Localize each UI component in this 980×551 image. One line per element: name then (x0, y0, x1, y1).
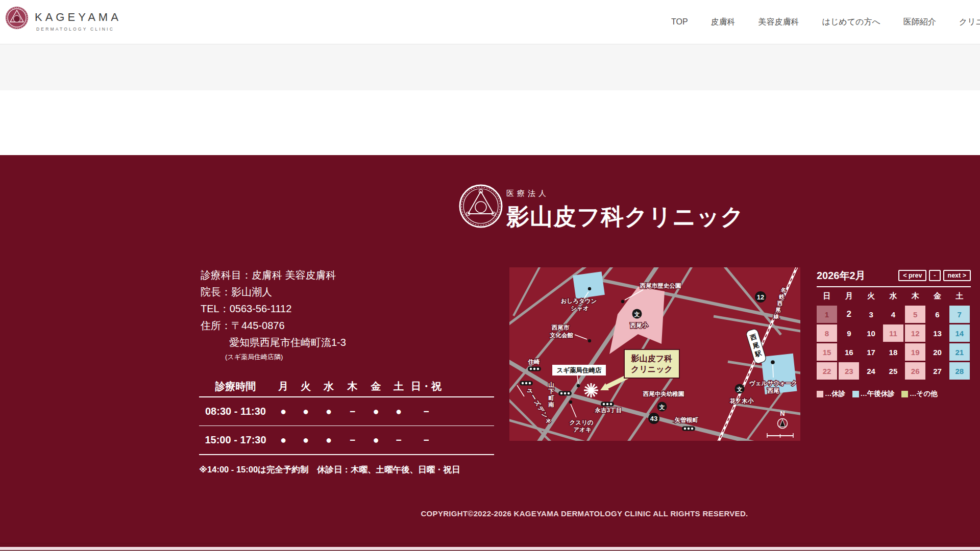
hours-divider (199, 454, 494, 455)
nav-item-dermatology[interactable]: 皮膚科 (711, 17, 736, 28)
nav-item-doctors[interactable]: 医師紹介 (903, 17, 936, 28)
calendar-title: 2026年2月 (817, 269, 866, 283)
svg-text:線: 線 (773, 313, 779, 319)
map-callout-line1: 影山皮フ科 (631, 354, 672, 363)
hours-header-cell: 火 (295, 380, 317, 393)
hours-closed-mark: − (340, 406, 364, 417)
calendar-grid: 1234567891011121314151617181920212223242… (817, 306, 971, 380)
hours-closed-mark: − (410, 435, 443, 446)
calendar-legend-label: …休診 (825, 389, 846, 398)
info-tel: TEL：0563-56-1112 (201, 303, 346, 314)
calendar-day: 20 (927, 343, 947, 361)
calendar-day-header: 土 (949, 291, 970, 301)
calendar-day: 8 (817, 324, 837, 342)
map-label-nishio-elementary: 西尾小 (630, 322, 648, 329)
hours-open-mark: ● (317, 434, 340, 446)
calendar-day-header: 火 (861, 291, 881, 301)
calendar-legend-item: …その他 (901, 389, 938, 398)
info-postal: 住所：〒445-0876 (201, 320, 346, 331)
hours-row: 15:00 - 17:30●●●−●−− (199, 426, 494, 454)
map-label-bunka-kaikan: 文化会館 (550, 332, 574, 338)
calendar-day: 10 (861, 324, 881, 342)
map-label-oshiro-town: おしろタウン (561, 298, 597, 304)
map-route-badge-43: 43 (648, 413, 659, 424)
hours-rows: 08:30 - 11:30●●●−●●−15:00 - 17:30●●●−●−− (199, 397, 494, 454)
calendar-day: 18 (883, 343, 903, 361)
calendar-day: 11 (883, 324, 903, 342)
calendar-header: 2026年2月 < prev - next > (817, 267, 971, 284)
calendar-day: 5 (905, 306, 925, 323)
calendar-day-header: 金 (927, 291, 947, 301)
calendar-legend: …休診…午後休診…その他 (817, 389, 971, 398)
calendar-divider (817, 286, 971, 287)
map-clinic-callout: 影山皮フ科 クリニック (624, 349, 679, 378)
map-label-history-park: 西尾市歴史公園 (640, 282, 681, 289)
calendar-day: 1 (817, 306, 837, 323)
svg-text:尾: 尾 (775, 307, 781, 313)
calendar-legend-swatch (901, 391, 908, 397)
hours-open-mark: ● (272, 406, 295, 417)
svg-text:名: 名 (780, 287, 787, 293)
calendar-day: 4 (883, 306, 903, 323)
access-map: 西 尾 駅 (509, 267, 800, 441)
calendar-legend-label: …その他 (910, 389, 938, 398)
brand-logo[interactable]: KAGEYAMA DERMATOLOGY CLINIC (5, 6, 121, 32)
brand-subtitle: DERMATOLOGY CLINIC (36, 27, 121, 32)
nav-item-top[interactable]: TOP (671, 17, 688, 27)
map-oshiro-town-building (573, 271, 605, 298)
calendar-day: 24 (861, 362, 881, 380)
hours-open-mark: ● (364, 406, 387, 417)
hours-open-mark: ● (295, 434, 317, 446)
calendar-day: 14 (949, 324, 970, 342)
site-footer: 医療法人 影山皮フ科クリニック 診療科目：皮膚科 美容皮膚科 院長：影山潮人 T… (0, 155, 980, 551)
hours-time-label: 15:00 - 17:30 (199, 434, 272, 446)
school-icon: 文 (737, 386, 743, 392)
hours-table: 診療時間 月 火 水 木 金 土 日・祝 08:30 - 11:30●●●−●●… (199, 377, 494, 475)
calendar-sep-button[interactable]: - (929, 270, 940, 281)
calendar-day: 26 (905, 362, 925, 380)
footer-clinic-name: 影山皮フ科クリニック (506, 202, 744, 232)
map-label-versa-walk: ヴェルサウォーク (749, 380, 797, 387)
calendar-day-headers: 日月火水木金土 (817, 291, 971, 301)
calendar-prev-button[interactable]: < prev (898, 270, 926, 281)
calendar-day: 22 (817, 362, 837, 380)
hours-open-mark: ● (317, 406, 340, 417)
calendar-day-header: 木 (905, 291, 925, 301)
copyright-text: COPYRIGHT©2022-2026 KAGEYAMA DERMATOLOGY… (199, 509, 970, 518)
info-address: 愛知県西尾市住崎町流1-3 (201, 337, 346, 348)
nav-item-cosmetic-dermatology[interactable]: 美容皮膚科 (758, 17, 799, 28)
calendar-next-button[interactable]: next > (943, 270, 971, 281)
hours-closed-mark: − (387, 435, 410, 446)
calendar-day: 7 (949, 306, 970, 323)
hours-open-mark: ● (295, 406, 317, 417)
calendar-day-header: 月 (839, 291, 859, 301)
white-band (0, 90, 980, 155)
hours-header-cell: 月 (272, 380, 295, 393)
map-label-suminosaki: 住崎 (528, 359, 541, 365)
hours-time-label: 08:30 - 11:30 (199, 406, 272, 417)
map-label-yamashita: 南 (548, 402, 554, 408)
footer-logo-text: 医療法人 影山皮フ科クリニック (506, 189, 744, 232)
info-departments: 診療科目：皮膚科 美容皮膚科 (201, 269, 346, 281)
hours-open-mark: ● (272, 434, 295, 446)
hours-closed-mark: − (340, 435, 364, 446)
nav-item-clinic[interactable]: クリニック (959, 17, 980, 28)
hours-header-cell: 日・祝 (410, 380, 443, 393)
map-sugi-pharmacy-label: スギ薬局住崎店 (552, 365, 606, 375)
hours-header-cell: 金 (364, 380, 387, 393)
svg-text:スギ薬局住崎店: スギ薬局住崎店 (556, 367, 602, 374)
nav-item-first-visit[interactable]: はじめての方へ (822, 17, 880, 28)
info-director: 院長：影山潮人 (201, 286, 346, 297)
calendar-widget: 2026年2月 < prev - next > 日月火水木金土 12345678… (817, 267, 971, 398)
calendar-day: 27 (927, 362, 947, 380)
svg-text:N: N (780, 410, 785, 417)
main-nav: TOP 皮膚科 美容皮膚科 はじめての方へ 医師紹介 クリニック (671, 0, 980, 44)
svg-text:鉄: 鉄 (778, 293, 785, 299)
hours-header-row: 診療時間 月 火 水 木 金 土 日・祝 (199, 377, 494, 396)
calendar-day: 23 (839, 362, 859, 380)
calendar-legend-label: …午後休診 (861, 389, 895, 398)
map-label-bunka-kaikan: 西尾市 (551, 324, 570, 331)
calendar-day: 19 (905, 343, 925, 361)
map-label-versa-walk: 西尾 (767, 388, 780, 394)
calendar-day: 15 (817, 343, 837, 361)
